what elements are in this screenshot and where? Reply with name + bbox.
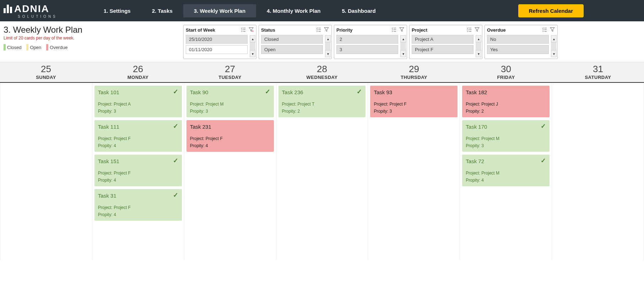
- nav-item-3[interactable]: 4. Monthly Work Plan: [256, 4, 331, 17]
- slicer-option[interactable]: 01/11/2020: [186, 45, 248, 54]
- task-priority: Propity: 3: [190, 109, 270, 114]
- nav-item-2[interactable]: 3. Weekly Work Plan: [183, 4, 256, 17]
- slicer-option[interactable]: Open: [261, 45, 323, 54]
- day-column: [0, 83, 92, 261]
- task-title: Task 31: [98, 193, 178, 199]
- clear-filter-icon[interactable]: [474, 27, 480, 33]
- task-card[interactable]: ✓Task 101Project: Project APropity: 3: [94, 86, 182, 117]
- slicer-option[interactable]: 2: [336, 35, 398, 44]
- scroll-down-icon[interactable]: ▾: [400, 50, 406, 57]
- slicer-label: Priority: [336, 27, 353, 33]
- day-number: 25: [0, 64, 92, 75]
- task-title: Task 90: [190, 89, 270, 95]
- logo-subtext: SOLUTIONS: [18, 15, 58, 18]
- scroll-down-icon[interactable]: ▾: [551, 50, 557, 57]
- slicer-option[interactable]: Project F: [412, 45, 473, 54]
- task-project: Project: Project F: [98, 171, 178, 176]
- scroll-down-icon[interactable]: ▾: [250, 50, 255, 57]
- scroll-up-icon[interactable]: ▴: [250, 35, 255, 42]
- page-title: 3. Weekly Work Plan: [4, 25, 181, 35]
- slicer-overdue[interactable]: OverdueNoYes▴▾: [485, 25, 558, 59]
- task-card[interactable]: Task 93Project: Project FPropity: 3: [370, 86, 458, 117]
- nav-item-1[interactable]: 2. Tasks: [141, 4, 183, 17]
- clear-filter-icon[interactable]: [248, 27, 254, 33]
- nav-item-0[interactable]: 1. Settings: [93, 4, 141, 17]
- task-card[interactable]: ✓Task 170Project: Project MPropity: 3: [462, 120, 550, 152]
- multiselect-icon[interactable]: [316, 27, 321, 33]
- svg-marker-9: [324, 28, 329, 32]
- scroll-track[interactable]: [476, 42, 481, 50]
- task-title: Task 72: [466, 158, 546, 164]
- task-project: Project: Project F: [98, 205, 178, 210]
- day-number: 28: [276, 64, 368, 75]
- clear-filter-icon[interactable]: [324, 27, 329, 33]
- task-card[interactable]: Task 231Project: Project FPropity: 4: [186, 120, 274, 152]
- day-header: 30FRIDAY: [460, 62, 552, 82]
- task-priority: Propity: 3: [98, 109, 178, 114]
- nav-item-4[interactable]: 5. Dashboard: [331, 4, 386, 17]
- day-column: Task 93Project: Project FPropity: 3: [368, 83, 460, 261]
- day-name: FRIDAY: [460, 75, 552, 80]
- scroll-down-icon[interactable]: ▾: [325, 50, 331, 57]
- task-card[interactable]: ✓Task 111Project: Project FPropity: 4: [94, 120, 182, 152]
- legend-overdue: Overdue: [46, 44, 67, 50]
- slicer-label: Start of Week: [186, 27, 215, 33]
- check-icon: ✓: [173, 122, 178, 130]
- calendar-body: ✓Task 101Project: Project APropity: 3✓Ta…: [0, 83, 644, 261]
- day-name: SUNDAY: [0, 75, 92, 80]
- scroll-track[interactable]: [400, 42, 406, 50]
- task-card[interactable]: ✓Task 72Project: Project MPropity: 4: [462, 155, 550, 186]
- slicer-priority[interactable]: Priority23▴▾: [334, 25, 407, 59]
- slicer-label: Project: [412, 27, 427, 33]
- logo: ADNIA SOLUTIONS: [4, 3, 58, 18]
- task-project: Project: Project J: [466, 102, 546, 107]
- task-priority: Propity: 3: [374, 109, 454, 114]
- task-card[interactable]: ✓Task 236Project: Project TPropity: 2: [278, 86, 366, 117]
- slicer-option[interactable]: Closed: [261, 35, 323, 44]
- scroll-up-icon[interactable]: ▴: [325, 35, 331, 42]
- task-project: Project: Project A: [98, 102, 178, 107]
- slicer-label: Status: [261, 27, 275, 33]
- day-number: 31: [552, 64, 644, 75]
- task-card[interactable]: ✓Task 31Project: Project FPropity: 4: [94, 189, 182, 221]
- scroll-track[interactable]: [325, 42, 331, 50]
- task-priority: Propity: 2: [466, 109, 546, 114]
- scroll-track[interactable]: [250, 42, 255, 50]
- refresh-calendar-button[interactable]: Refresh Calendar: [518, 4, 584, 17]
- multiselect-icon[interactable]: [542, 27, 547, 33]
- scroll-up-icon[interactable]: ▴: [551, 35, 557, 42]
- check-icon: ✓: [173, 191, 178, 199]
- scroll-up-icon[interactable]: ▴: [400, 35, 406, 42]
- clear-filter-icon[interactable]: [550, 27, 555, 33]
- clear-filter-icon[interactable]: [399, 27, 405, 33]
- check-icon: ✓: [541, 122, 546, 130]
- slicer-option[interactable]: Project A: [412, 35, 473, 44]
- scroll-up-icon[interactable]: ▴: [476, 35, 481, 42]
- multiselect-icon[interactable]: [466, 27, 472, 33]
- day-number: 29: [368, 64, 460, 75]
- svg-marker-13: [400, 28, 404, 32]
- slicer-status[interactable]: StatusClosedOpen▴▾: [259, 25, 332, 59]
- slicer-option[interactable]: 3: [336, 45, 398, 54]
- slicer-option[interactable]: Yes: [487, 45, 549, 54]
- logo-bars-icon: [4, 5, 12, 13]
- slicer-option[interactable]: No: [487, 35, 549, 44]
- task-title: Task 151: [98, 158, 178, 164]
- scroll-down-icon[interactable]: ▾: [476, 50, 481, 57]
- day-name: TUESDAY: [184, 75, 276, 80]
- scroll-track[interactable]: [551, 42, 557, 50]
- day-header: 28WEDNESDAY: [276, 62, 368, 82]
- slicer-project[interactable]: ProjectProject AProject F▴▾: [409, 25, 482, 59]
- day-number: 30: [460, 64, 552, 75]
- task-card[interactable]: Task 182Project: Project JPropity: 2: [462, 86, 550, 117]
- check-icon: ✓: [173, 157, 178, 165]
- task-card[interactable]: ✓Task 151Project: Project FPropity: 4: [94, 155, 182, 186]
- task-card[interactable]: ✓Task 90Project: Project MPropity: 3: [186, 86, 274, 117]
- slicer-option[interactable]: 25/10/2020: [186, 35, 248, 44]
- task-project: Project: Project M: [466, 136, 546, 141]
- check-icon: ✓: [173, 88, 178, 96]
- multiselect-icon[interactable]: [240, 27, 246, 33]
- multiselect-icon[interactable]: [391, 27, 397, 33]
- slicer-start_of_week[interactable]: Start of Week25/10/202001/11/2020▴▾: [183, 25, 256, 59]
- legend-swatch-closed: [4, 44, 6, 50]
